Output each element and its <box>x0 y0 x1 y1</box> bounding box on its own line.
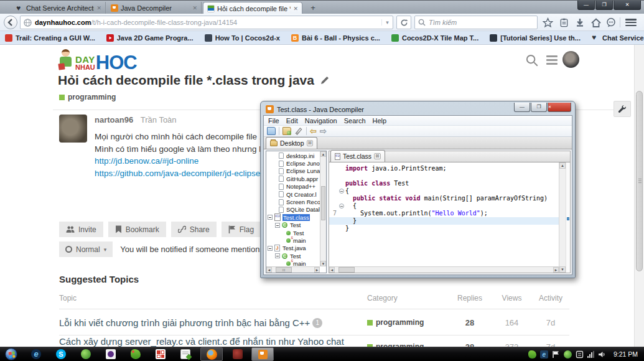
skype-icon[interactable]: S <box>56 349 66 359</box>
url-bar[interactable]: daynhauhoc.com /t/h-i-cach-decompile-fil… <box>20 16 393 29</box>
internet-explorer-icon[interactable]: e <box>540 350 548 359</box>
forward-arrow-icon[interactable]: ⇨ <box>320 127 327 135</box>
table-row[interactable]: Cách xây dựng server_relay.c và client.c… <box>59 337 569 347</box>
testclass-editor-tab[interactable]: 010 Test.class ⊠ <box>330 150 385 162</box>
close-button[interactable]: ✕ <box>614 1 641 10</box>
edit-pencil-icon[interactable] <box>320 75 330 85</box>
topic-title[interactable]: Hỏi cách decompile file *.class trong ja… <box>58 73 314 88</box>
post-username[interactable]: nartoan96 <box>95 115 133 124</box>
scrollbar-thumb[interactable] <box>636 91 643 271</box>
tree-item-selected[interactable]: 010Test.class <box>266 213 320 221</box>
topic-link[interactable]: Lỗi khi viết chương trình giải phương tr… <box>59 317 310 328</box>
tree-item[interactable]: CTest <box>266 252 320 260</box>
scroll-down-icon[interactable]: ▼ <box>320 261 326 266</box>
bookmark-star-button[interactable] <box>540 16 555 29</box>
scroll-right-icon[interactable]: ► <box>314 267 320 273</box>
downloads-button[interactable] <box>572 16 587 29</box>
home-button[interactable] <box>589 16 604 29</box>
menu-edit[interactable]: Edit <box>286 117 298 124</box>
scrollbar-thumb[interactable]: III <box>276 267 292 273</box>
open-file-icon[interactable] <box>267 127 276 135</box>
tree-item[interactable]: Notepad++ <box>266 183 320 190</box>
post-author-avatar[interactable] <box>59 115 87 143</box>
bookmarks-panel-button[interactable] <box>556 16 571 29</box>
share-button[interactable]: Share <box>171 222 217 237</box>
bookmark-item[interactable]: Java 2D Game Progra... <box>106 34 194 42</box>
tree-item[interactable]: CTest <box>266 222 320 229</box>
page-scrollbar[interactable] <box>634 45 644 347</box>
tree-item[interactable]: desktop.ini <box>266 152 320 159</box>
speaker-icon[interactable] <box>598 350 606 359</box>
scroll-up-icon[interactable]: ▲ <box>320 151 326 157</box>
media-app-icon[interactable] <box>106 349 116 359</box>
tab-java-decompiler[interactable]: Java Decompiler ✕ <box>107 2 202 14</box>
scrollbar-thumb[interactable] <box>321 186 325 221</box>
action-center-flag-icon[interactable] <box>552 350 560 359</box>
jd-minimize-button[interactable]: — <box>514 103 530 112</box>
scroll-right-icon[interactable]: ► <box>553 267 559 273</box>
scroll-down-icon[interactable]: ▼ <box>559 266 566 273</box>
firefox-taskbar-button[interactable] <box>200 347 223 361</box>
notes-app-icon[interactable] <box>180 349 190 359</box>
tree-item[interactable]: main <box>266 260 320 266</box>
tree-item[interactable]: Screen Reco <box>266 198 320 205</box>
idm-globe-icon[interactable] <box>564 350 572 359</box>
new-tab-button[interactable]: + <box>306 3 320 13</box>
menu-file[interactable]: File <box>268 117 279 124</box>
flag-button[interactable]: Flag <box>222 222 261 237</box>
scroll-left-icon[interactable]: ◄ <box>329 267 335 273</box>
chat-button[interactable] <box>604 16 618 29</box>
fold-collapse-icon[interactable] <box>339 204 344 209</box>
open-type-icon[interactable] <box>282 127 291 135</box>
tab-close-icon[interactable]: ✕ <box>293 6 298 12</box>
collapse-icon[interactable] <box>275 253 280 258</box>
start-button[interactable] <box>5 348 17 360</box>
collapse-icon[interactable] <box>268 215 273 220</box>
search-bar[interactable] <box>414 16 538 29</box>
jd-close-button[interactable]: ✕ <box>548 103 571 112</box>
tree-item[interactable]: Test <box>266 229 320 237</box>
network-signal-icon[interactable] <box>587 351 594 358</box>
back-arrow-icon[interactable]: ⇦ <box>310 127 317 135</box>
tree-item[interactable]: Eclipse Luna <box>266 167 320 175</box>
code-view[interactable]: import java.io.PrintStream; public class… <box>329 162 559 273</box>
jd-title-bar[interactable]: Test.class - Java Decompiler — ❐ ✕ <box>263 103 572 115</box>
notification-level-button[interactable]: Normal ▾ <box>59 241 113 257</box>
tree-item[interactable]: SQLite Datal <box>266 206 320 213</box>
tree-item[interactable]: Qt Creator.l <box>266 190 320 198</box>
site-search-button[interactable] <box>526 54 538 67</box>
topic-link[interactable]: Cách xây dựng server_relay.c và client.c… <box>59 336 344 347</box>
minimize-button[interactable]: — <box>577 1 595 10</box>
search-flashlight-icon[interactable] <box>296 128 302 135</box>
jd-taskbar-button[interactable] <box>251 347 274 361</box>
tab-hoi-cach-decompile[interactable]: Hỏi cách decompile file *.c... ✕ <box>203 2 302 14</box>
desktop-folder-tab[interactable]: Desktop ⊠ <box>266 137 317 149</box>
tree-vertical-scrollbar[interactable]: ▲▼ <box>320 151 326 266</box>
bookmark-item[interactable]: Cocos2D-X Tile Map T... <box>391 34 478 42</box>
url-dropdown-icon[interactable]: ▾ <box>381 19 393 26</box>
menu-help[interactable]: Help <box>373 117 387 124</box>
fold-collapse-icon[interactable] <box>339 189 344 194</box>
tab-close-icon[interactable]: ⊠ <box>307 140 314 146</box>
search-input[interactable] <box>429 19 537 26</box>
maximize-button[interactable]: ❐ <box>595 1 613 10</box>
parrot-icon[interactable] <box>131 349 141 359</box>
collapse-icon[interactable] <box>268 246 273 251</box>
tab-close-icon[interactable]: ✕ <box>192 5 197 11</box>
redgrid-app-icon[interactable] <box>156 349 166 359</box>
internet-explorer-icon[interactable]: e <box>31 349 41 359</box>
topic-category[interactable]: programming <box>59 93 116 101</box>
clipboard-icon[interactable] <box>576 350 584 359</box>
bookmark-button[interactable]: Bookmark <box>108 222 166 237</box>
site-logo[interactable]: DAYNHAU HOC <box>58 49 137 71</box>
bookmark-item[interactable]: BBài 6 - Ball - Physics c... <box>291 34 380 42</box>
parrot-icon[interactable] <box>528 350 536 359</box>
reload-button[interactable] <box>396 16 411 29</box>
collapse-icon[interactable] <box>275 223 280 228</box>
idm-icon[interactable] <box>81 349 91 359</box>
site-menu-button[interactable] <box>546 55 558 67</box>
bookmark-item[interactable]: [Tutorial Series] Use th... <box>490 34 581 42</box>
menu-navigation[interactable]: Navigation <box>305 117 337 124</box>
java-decompiler-window[interactable]: Test.class - Java Decompiler — ❐ ✕ File … <box>260 101 576 278</box>
invite-button[interactable]: Invite <box>59 222 103 237</box>
